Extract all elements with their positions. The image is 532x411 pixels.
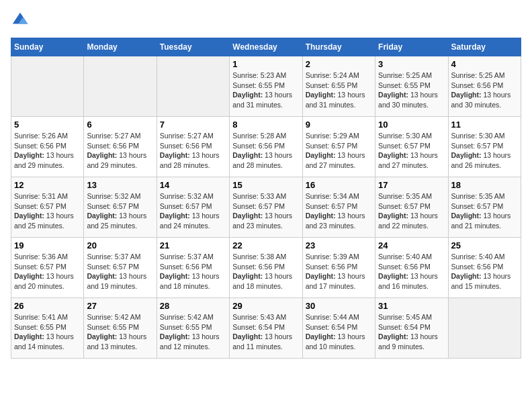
day-number: 25 <box>451 240 518 250</box>
day-info: Sunrise: 5:44 AMSunset: 6:54 PMDaylight:… <box>306 312 372 352</box>
calendar-week-row: 12Sunrise: 5:31 AMSunset: 6:57 PMDayligh… <box>11 177 521 238</box>
day-number: 24 <box>378 240 445 250</box>
day-info: Sunrise: 5:36 AMSunset: 6:57 PMDaylight:… <box>14 252 81 291</box>
day-number: 15 <box>232 180 299 190</box>
day-info: Sunrise: 5:34 AMSunset: 6:57 PMDaylight:… <box>306 191 372 231</box>
day-number: 22 <box>232 240 299 250</box>
day-info: Sunrise: 5:26 AMSunset: 6:56 PMDaylight:… <box>14 131 81 171</box>
day-info: Sunrise: 5:30 AMSunset: 6:57 PMDaylight:… <box>451 131 518 171</box>
calendar-cell: 21Sunrise: 5:37 AMSunset: 6:56 PMDayligh… <box>157 238 229 298</box>
calendar-cell: 16Sunrise: 5:34 AMSunset: 6:57 PMDayligh… <box>302 177 375 238</box>
day-info: Sunrise: 5:37 AMSunset: 6:56 PMDaylight:… <box>160 252 226 291</box>
calendar-cell: 6Sunrise: 5:27 AMSunset: 6:56 PMDaylight… <box>84 117 157 177</box>
calendar-cell <box>448 298 521 359</box>
day-info: Sunrise: 5:25 AMSunset: 6:55 PMDaylight:… <box>378 71 445 110</box>
day-info: Sunrise: 5:40 AMSunset: 6:56 PMDaylight:… <box>451 252 518 291</box>
page-header <box>11 11 521 30</box>
day-info: Sunrise: 5:30 AMSunset: 6:57 PMDaylight:… <box>378 131 445 171</box>
calendar-cell: 10Sunrise: 5:30 AMSunset: 6:57 PMDayligh… <box>375 117 448 177</box>
day-info: Sunrise: 5:27 AMSunset: 6:56 PMDaylight:… <box>87 131 153 171</box>
day-info: Sunrise: 5:25 AMSunset: 6:56 PMDaylight:… <box>451 71 518 110</box>
calendar-cell: 11Sunrise: 5:30 AMSunset: 6:57 PMDayligh… <box>448 117 521 177</box>
col-header-sunday: Sunday <box>11 38 84 56</box>
day-info: Sunrise: 5:38 AMSunset: 6:56 PMDaylight:… <box>232 252 299 291</box>
calendar-cell: 26Sunrise: 5:41 AMSunset: 6:55 PMDayligh… <box>11 298 84 359</box>
calendar-cell: 15Sunrise: 5:33 AMSunset: 6:57 PMDayligh… <box>230 177 302 238</box>
day-number: 8 <box>232 120 299 130</box>
day-number: 20 <box>87 240 153 250</box>
calendar-cell: 8Sunrise: 5:28 AMSunset: 6:56 PMDaylight… <box>230 117 302 177</box>
calendar-cell: 28Sunrise: 5:42 AMSunset: 6:55 PMDayligh… <box>157 298 229 359</box>
calendar-cell: 9Sunrise: 5:29 AMSunset: 6:57 PMDaylight… <box>302 117 375 177</box>
day-number: 27 <box>87 301 153 311</box>
calendar-cell: 25Sunrise: 5:40 AMSunset: 6:56 PMDayligh… <box>448 238 521 298</box>
col-header-friday: Friday <box>375 38 448 56</box>
day-number: 31 <box>378 301 445 311</box>
col-header-thursday: Thursday <box>302 38 375 56</box>
col-header-wednesday: Wednesday <box>230 38 302 56</box>
calendar-cell <box>84 56 157 117</box>
day-info: Sunrise: 5:37 AMSunset: 6:57 PMDaylight:… <box>87 252 153 291</box>
day-number: 12 <box>14 180 81 190</box>
calendar-table: SundayMondayTuesdayWednesdayThursdayFrid… <box>11 38 521 359</box>
day-number: 19 <box>14 240 81 250</box>
day-number: 16 <box>306 180 372 190</box>
calendar-cell: 14Sunrise: 5:32 AMSunset: 6:57 PMDayligh… <box>157 177 229 238</box>
calendar-cell <box>11 56 84 117</box>
calendar-cell: 20Sunrise: 5:37 AMSunset: 6:57 PMDayligh… <box>84 238 157 298</box>
day-info: Sunrise: 5:32 AMSunset: 6:57 PMDaylight:… <box>87 191 153 231</box>
day-number: 1 <box>232 59 299 69</box>
logo-icon <box>11 11 30 30</box>
day-number: 26 <box>14 301 81 311</box>
calendar-header-row: SundayMondayTuesdayWednesdayThursdayFrid… <box>11 38 521 56</box>
day-info: Sunrise: 5:42 AMSunset: 6:55 PMDaylight:… <box>160 312 226 352</box>
calendar-cell: 23Sunrise: 5:39 AMSunset: 6:56 PMDayligh… <box>302 238 375 298</box>
calendar-cell: 22Sunrise: 5:38 AMSunset: 6:56 PMDayligh… <box>230 238 302 298</box>
day-number: 14 <box>160 180 226 190</box>
calendar-cell: 30Sunrise: 5:44 AMSunset: 6:54 PMDayligh… <box>302 298 375 359</box>
calendar-cell: 5Sunrise: 5:26 AMSunset: 6:56 PMDaylight… <box>11 117 84 177</box>
calendar-cell: 4Sunrise: 5:25 AMSunset: 6:56 PMDaylight… <box>448 56 521 117</box>
logo <box>11 11 32 30</box>
day-number: 3 <box>378 59 445 69</box>
day-info: Sunrise: 5:32 AMSunset: 6:57 PMDaylight:… <box>160 191 226 231</box>
day-info: Sunrise: 5:27 AMSunset: 6:56 PMDaylight:… <box>160 131 226 171</box>
day-number: 18 <box>451 180 518 190</box>
calendar-cell: 2Sunrise: 5:24 AMSunset: 6:55 PMDaylight… <box>302 56 375 117</box>
calendar-cell: 3Sunrise: 5:25 AMSunset: 6:55 PMDaylight… <box>375 56 448 117</box>
day-number: 21 <box>160 240 226 250</box>
col-header-tuesday: Tuesday <box>157 38 229 56</box>
calendar-cell: 27Sunrise: 5:42 AMSunset: 6:55 PMDayligh… <box>84 298 157 359</box>
calendar-cell <box>157 56 229 117</box>
day-number: 30 <box>306 301 372 311</box>
calendar-cell: 31Sunrise: 5:45 AMSunset: 6:54 PMDayligh… <box>375 298 448 359</box>
day-number: 10 <box>378 120 445 130</box>
day-info: Sunrise: 5:43 AMSunset: 6:54 PMDaylight:… <box>232 312 299 352</box>
col-header-monday: Monday <box>84 38 157 56</box>
calendar-cell: 17Sunrise: 5:35 AMSunset: 6:57 PMDayligh… <box>375 177 448 238</box>
day-number: 29 <box>232 301 299 311</box>
day-number: 23 <box>306 240 372 250</box>
day-number: 17 <box>378 180 445 190</box>
day-number: 7 <box>160 120 226 130</box>
day-info: Sunrise: 5:35 AMSunset: 6:57 PMDaylight:… <box>451 191 518 231</box>
calendar-cell: 13Sunrise: 5:32 AMSunset: 6:57 PMDayligh… <box>84 177 157 238</box>
day-info: Sunrise: 5:29 AMSunset: 6:57 PMDaylight:… <box>306 131 372 171</box>
day-number: 28 <box>160 301 226 311</box>
day-info: Sunrise: 5:42 AMSunset: 6:55 PMDaylight:… <box>87 312 153 352</box>
day-info: Sunrise: 5:45 AMSunset: 6:54 PMDaylight:… <box>378 312 445 352</box>
calendar-cell: 24Sunrise: 5:40 AMSunset: 6:56 PMDayligh… <box>375 238 448 298</box>
day-number: 9 <box>306 120 372 130</box>
day-info: Sunrise: 5:23 AMSunset: 6:55 PMDaylight:… <box>232 71 299 110</box>
day-info: Sunrise: 5:31 AMSunset: 6:57 PMDaylight:… <box>14 191 81 231</box>
calendar-week-row: 5Sunrise: 5:26 AMSunset: 6:56 PMDaylight… <box>11 117 521 177</box>
day-info: Sunrise: 5:39 AMSunset: 6:56 PMDaylight:… <box>306 252 372 291</box>
calendar-cell: 19Sunrise: 5:36 AMSunset: 6:57 PMDayligh… <box>11 238 84 298</box>
calendar-cell: 12Sunrise: 5:31 AMSunset: 6:57 PMDayligh… <box>11 177 84 238</box>
day-info: Sunrise: 5:35 AMSunset: 6:57 PMDaylight:… <box>378 191 445 231</box>
day-info: Sunrise: 5:24 AMSunset: 6:55 PMDaylight:… <box>306 71 372 110</box>
day-info: Sunrise: 5:41 AMSunset: 6:55 PMDaylight:… <box>14 312 81 352</box>
day-number: 13 <box>87 180 153 190</box>
day-info: Sunrise: 5:33 AMSunset: 6:57 PMDaylight:… <box>232 191 299 231</box>
day-number: 2 <box>306 59 372 69</box>
